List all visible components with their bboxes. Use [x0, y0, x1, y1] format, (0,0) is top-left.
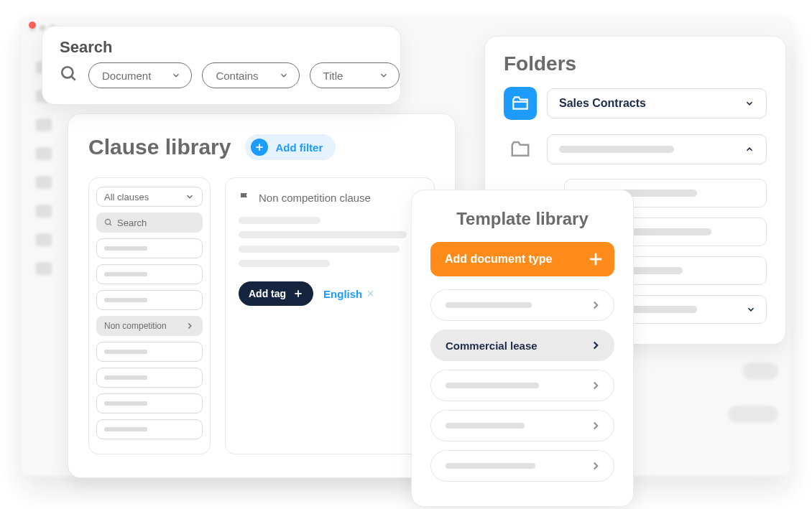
folder-selected-label: Sales Contracts	[559, 97, 646, 110]
svg-line-5	[110, 224, 112, 226]
chevron-right-icon	[589, 419, 602, 432]
list-item[interactable]	[96, 238, 203, 258]
clause-detail-pane: Non competition clause Add tag English ×	[225, 177, 435, 454]
folder-open-icon	[504, 87, 537, 120]
add-tag-label: Add tag	[249, 288, 286, 299]
add-filter-label: Add filter	[275, 141, 323, 154]
template-item[interactable]	[430, 289, 614, 321]
add-filter-button[interactable]: Add filter	[245, 134, 336, 160]
template-library-title: Template library	[430, 209, 614, 229]
template-item[interactable]	[430, 370, 614, 401]
placeholder-bar	[559, 146, 674, 153]
svg-line-1	[71, 76, 75, 80]
search-value-label: Title	[323, 70, 343, 82]
chevron-down-icon	[185, 192, 195, 202]
chevron-down-icon	[744, 98, 755, 108]
list-item[interactable]	[96, 419, 203, 439]
list-item[interactable]	[96, 290, 203, 310]
add-tag-button[interactable]: Add tag	[239, 281, 313, 306]
folder-placeholder-select[interactable]	[547, 134, 767, 164]
search-value-select[interactable]: Title	[310, 62, 400, 88]
chevron-down-icon	[746, 304, 756, 314]
svg-point-4	[106, 220, 111, 225]
clause-search-placeholder: Search	[117, 218, 147, 228]
search-icon[interactable]	[60, 65, 78, 86]
chevron-right-icon	[589, 459, 602, 472]
chevron-right-icon	[589, 339, 602, 352]
template-item[interactable]	[430, 410, 614, 442]
all-clauses-select[interactable]: All clauses	[96, 187, 203, 207]
folder-row-selected: Sales Contracts	[504, 87, 767, 120]
chevron-down-icon	[171, 70, 181, 80]
all-clauses-label: All clauses	[104, 192, 149, 202]
clause-left-pane: All clauses Search Non competition	[88, 177, 211, 454]
search-icon	[104, 218, 113, 227]
chevron-down-icon	[379, 70, 389, 80]
search-title: Search	[60, 38, 383, 57]
language-label: English	[323, 288, 362, 300]
remove-chip-icon[interactable]: ×	[366, 286, 374, 302]
list-item[interactable]	[96, 393, 203, 414]
folders-title: Folders	[504, 52, 767, 75]
folder-row-expanded	[504, 133, 767, 166]
list-item[interactable]	[96, 264, 203, 284]
list-item[interactable]	[96, 342, 203, 362]
clause-library-title: Clause library	[88, 135, 231, 159]
search-operator-label: Contains	[216, 70, 258, 82]
search-field-label: Document	[102, 70, 151, 82]
search-field-select[interactable]: Document	[88, 62, 192, 88]
chevron-down-icon	[279, 70, 289, 80]
language-chip[interactable]: English ×	[323, 286, 374, 302]
list-item-selected[interactable]: Non competition	[96, 316, 203, 336]
template-item[interactable]	[430, 450, 614, 482]
plus-icon	[586, 249, 606, 269]
list-item[interactable]	[96, 368, 203, 388]
folder-icon	[504, 133, 537, 166]
flag-icon	[239, 191, 252, 204]
add-document-type-label: Add document type	[445, 253, 552, 266]
chevron-right-icon	[589, 299, 602, 312]
chevron-right-icon	[589, 379, 602, 392]
plus-icon	[293, 289, 303, 299]
search-panel: Search Document Contains Title	[42, 26, 401, 105]
svg-point-0	[62, 67, 73, 78]
folder-select[interactable]: Sales Contracts	[547, 88, 767, 118]
template-library-panel: Template library Add document type Comme…	[411, 190, 634, 507]
add-document-type-button[interactable]: Add document type	[430, 242, 614, 276]
template-item-label: Commercial lease	[446, 340, 538, 352]
template-item-selected[interactable]: Commercial lease	[430, 330, 614, 361]
chevron-up-icon	[744, 144, 755, 154]
clause-detail-heading: Non competition clause	[259, 192, 371, 204]
plus-circle-icon	[251, 139, 268, 156]
search-operator-select[interactable]: Contains	[202, 62, 299, 88]
clause-library-panel: Clause library Add filter All clauses Se…	[68, 113, 456, 478]
clause-search-input[interactable]: Search	[96, 213, 203, 233]
window-close-dot	[29, 22, 36, 29]
chevron-right-icon	[185, 321, 195, 331]
list-item-label: Non competition	[104, 321, 167, 331]
